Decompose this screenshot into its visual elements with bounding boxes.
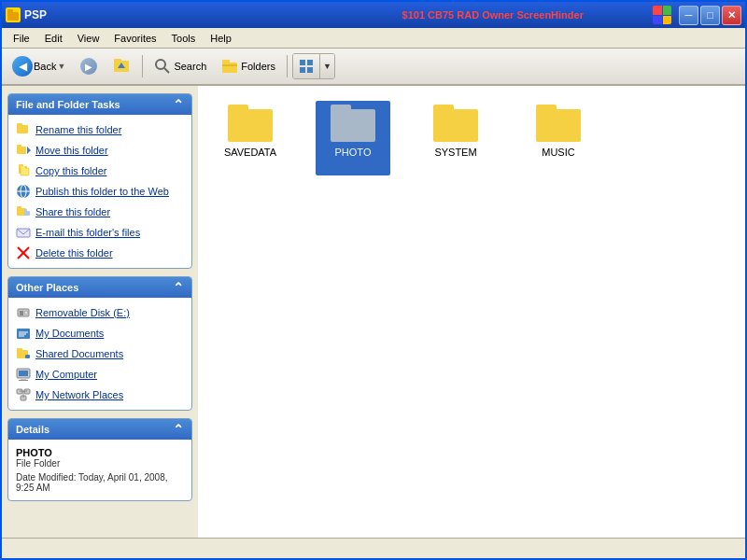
- svg-rect-12: [300, 67, 305, 73]
- svg-point-5: [156, 60, 165, 69]
- folder-music[interactable]: MUSIC: [521, 101, 596, 162]
- folder-system-icon: [433, 105, 478, 142]
- views-control[interactable]: ▼: [292, 53, 335, 79]
- close-button[interactable]: ✕: [722, 6, 741, 25]
- svg-rect-16: [17, 147, 26, 154]
- toolbar: ◀ Back ▼ ▶ Search: [2, 49, 745, 86]
- shared-documents-item[interactable]: Shared Documents: [12, 344, 188, 363]
- separator-2: [287, 55, 288, 77]
- folder-photo[interactable]: PHOTO: [316, 101, 390, 175]
- tasks-panel-header[interactable]: File and Folder Tasks ⌃: [8, 94, 191, 115]
- menu-edit[interactable]: Edit: [37, 31, 70, 46]
- svg-rect-29: [24, 209, 27, 212]
- svg-rect-45: [21, 378, 26, 380]
- views-button[interactable]: [293, 54, 319, 78]
- other-places-title: Other Places: [16, 282, 78, 293]
- details-filetype: File Folder: [16, 458, 184, 469]
- folder-music-label: MUSIC: [540, 146, 576, 159]
- svg-rect-21: [21, 168, 29, 175]
- svg-rect-10: [300, 60, 305, 65]
- forward-button[interactable]: ▶: [74, 51, 104, 81]
- publish-folder-item[interactable]: Publish this folder to the Web: [12, 182, 188, 201]
- copy-folder-item[interactable]: Copy this folder: [12, 161, 188, 180]
- menu-favorites[interactable]: Favorites: [106, 31, 163, 46]
- svg-marker-18: [27, 147, 31, 154]
- other-places-header[interactable]: Other Places ⌃: [8, 277, 191, 298]
- my-documents-item[interactable]: My Documents: [12, 324, 188, 343]
- details-header[interactable]: Details ⌃: [8, 419, 191, 440]
- back-label: Back: [34, 61, 56, 72]
- tasks-panel: File and Folder Tasks ⌃ Rename this fold…: [7, 93, 192, 269]
- svg-line-6: [164, 68, 169, 73]
- details-filename: PHOTO: [16, 447, 184, 458]
- tasks-collapse-icon: ⌃: [173, 98, 184, 111]
- svg-rect-27: [17, 206, 21, 209]
- svg-rect-44: [19, 371, 28, 376]
- delete-folder-item[interactable]: Delete this folder: [12, 244, 188, 262]
- svg-rect-34: [20, 311, 23, 315]
- svg-rect-11: [307, 60, 313, 65]
- email-icon: [16, 225, 31, 240]
- window: PSP $101 CB75 RAD Owner ScreenHinder ─ □…: [0, 0, 747, 560]
- up-button[interactable]: [106, 51, 137, 81]
- other-places-collapse-icon: ⌃: [173, 281, 184, 294]
- search-label: Search: [174, 61, 206, 72]
- svg-rect-14: [17, 125, 28, 133]
- rename-icon: [16, 122, 31, 137]
- svg-rect-42: [25, 355, 30, 358]
- share-folder-item[interactable]: Share this folder: [12, 203, 188, 221]
- folder-savedata[interactable]: SAVEDATA: [213, 101, 288, 175]
- move-icon: [16, 143, 31, 158]
- maximize-button[interactable]: □: [700, 6, 720, 25]
- removable-disk-item[interactable]: Removable Disk (E:): [12, 303, 188, 322]
- details-title: Details: [16, 424, 49, 435]
- folder-system-label: SYSTEM: [432, 146, 478, 159]
- search-icon: [154, 58, 171, 75]
- details-panel: Details ⌃ PHOTO File Folder Date Modifie…: [7, 418, 192, 501]
- back-button[interactable]: ◀ Back ▼: [6, 51, 72, 81]
- move-folder-item[interactable]: Move this folder: [12, 141, 188, 160]
- details-content: PHOTO File Folder Date Modified: Today, …: [8, 440, 191, 500]
- menu-help[interactable]: Help: [203, 31, 239, 46]
- views-dropdown-arrow[interactable]: ▼: [319, 54, 334, 78]
- other-places-content: Removable Disk (E:) My Documents: [8, 298, 191, 410]
- window-icon: [6, 7, 21, 22]
- menu-bar: File Edit View Favorites Tools Help: [2, 28, 745, 49]
- folder-system[interactable]: SYSTEM: [418, 101, 493, 162]
- folders-icon: [221, 58, 238, 75]
- watermark-text: $101 CB75 RAD Owner ScreenHinder: [337, 9, 650, 21]
- tasks-panel-content: Rename this folder Move this folder: [8, 115, 191, 268]
- menu-file[interactable]: File: [6, 31, 37, 46]
- delete-icon: [16, 245, 31, 260]
- network-places-item[interactable]: My Network Places: [12, 385, 188, 404]
- disk-icon: [16, 305, 31, 320]
- svg-rect-8: [222, 60, 230, 63]
- email-folder-item[interactable]: E-mail this folder's files: [12, 223, 188, 242]
- publish-icon: [16, 184, 31, 199]
- folder-savedata-label: SAVEDATA: [222, 146, 278, 159]
- svg-rect-3: [114, 59, 121, 63]
- menu-tools[interactable]: Tools: [164, 31, 204, 46]
- folder-photo-label: PHOTO: [333, 146, 374, 159]
- up-icon: [112, 57, 131, 76]
- back-icon: ◀: [12, 56, 33, 77]
- menu-view[interactable]: View: [70, 31, 107, 46]
- svg-rect-22: [21, 166, 25, 169]
- xp-logo: [653, 6, 671, 24]
- folder-music-icon: [536, 105, 581, 142]
- svg-rect-17: [17, 145, 21, 147]
- folders-label: Folders: [241, 61, 275, 72]
- window-title: PSP: [24, 8, 337, 21]
- search-button[interactable]: Search: [148, 51, 213, 81]
- dropdown-chevron: ▼: [323, 62, 331, 71]
- mydocs-icon: [16, 326, 31, 341]
- my-computer-item[interactable]: My Computer: [12, 365, 188, 384]
- back-dropdown-arrow[interactable]: ▼: [57, 62, 65, 71]
- details-collapse-icon: ⌃: [173, 423, 184, 436]
- svg-rect-0: [7, 12, 19, 21]
- svg-rect-13: [307, 67, 313, 73]
- folders-button[interactable]: Folders: [215, 51, 282, 81]
- rename-folder-item[interactable]: Rename this folder: [12, 120, 188, 139]
- svg-rect-1: [7, 9, 13, 13]
- minimize-button[interactable]: ─: [679, 6, 698, 25]
